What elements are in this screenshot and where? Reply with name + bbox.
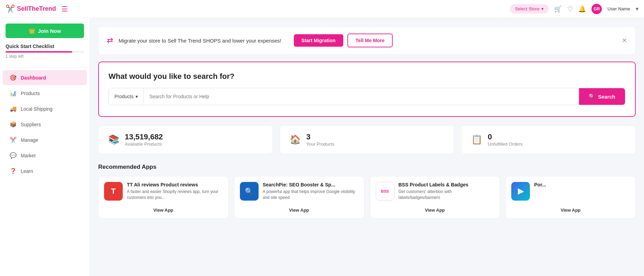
learn-icon: ❓ xyxy=(10,168,17,174)
app-desc-bss: Get customers' attention with labels/bad… xyxy=(399,189,494,201)
sidebar-item-label: Local Shipping xyxy=(21,106,53,112)
checklist-step: 1 step left xyxy=(6,54,84,59)
join-now-label: Join Now xyxy=(38,28,61,34)
sidebar-divider xyxy=(0,67,90,67)
logo-text: SellTheTrend xyxy=(17,5,56,12)
sidebar-item-learn[interactable]: ❓ Learn xyxy=(3,164,87,178)
migration-text: Migrate your store to Sell The Trend SHO… xyxy=(119,38,281,44)
search-category-dropdown[interactable]: Products ▾ xyxy=(109,88,144,105)
sidebar-item-label: Products xyxy=(21,91,40,96)
stat-card-your-products: 🏠 3 Your Products xyxy=(280,125,454,154)
recommended-apps-title: Recommended Apps xyxy=(98,164,636,171)
search-bar: Products ▾ 🔍 Search xyxy=(109,88,625,105)
app-name-tt-ali: TT Ali reviews Product reviews xyxy=(127,182,223,187)
search-dropdown-label: Products xyxy=(114,94,133,99)
view-app-por[interactable]: View App xyxy=(511,208,630,213)
products-icon: 📊 xyxy=(10,90,17,96)
migration-banner: ⇄ Migrate your store to Sell The Trend S… xyxy=(98,26,636,55)
app-desc-tt-ali: A faster and easier Shopify reviews app,… xyxy=(127,189,223,201)
tell-me-more-button[interactable]: Tell Me More xyxy=(347,34,393,47)
cart-icon[interactable]: 🛒 xyxy=(554,5,562,13)
app-card-por: ▶ Por... View App xyxy=(505,176,636,219)
sidebar-item-manage[interactable]: ✂️ Manage xyxy=(3,132,87,147)
close-banner-button[interactable]: ✕ xyxy=(622,37,627,44)
recommended-apps-section: Recommended Apps T TT Ali reviews Produc… xyxy=(98,164,636,219)
your-products-label: Your Products xyxy=(306,141,334,147)
view-app-bss[interactable]: View App xyxy=(376,208,494,213)
unfulfilled-orders-count: 0 xyxy=(488,132,522,141)
search-section: What would you like to search for? Produ… xyxy=(98,62,636,117)
sidebar: 👑 Join Now Quick Start Checklist 1 step … xyxy=(0,18,90,276)
your-products-icon: 🏠 xyxy=(290,134,301,145)
available-products-icon: 📚 xyxy=(108,134,119,145)
sidebar-item-label: Dashboard xyxy=(21,75,46,81)
app-logo-searchpie: 🔍 xyxy=(240,182,259,201)
manage-icon: ✂️ xyxy=(10,137,17,143)
sidebar-item-market[interactable]: 💬 Market xyxy=(3,148,87,163)
view-app-searchpie[interactable]: View App xyxy=(240,208,358,213)
sidebar-item-dashboard[interactable]: 🎯 Dashboard xyxy=(3,70,87,85)
top-navigation: ✂️ SellTheTrend ☰ Select Store ▾ 🛒 ♡ 🔔 G… xyxy=(0,0,644,18)
hamburger-menu[interactable]: ☰ xyxy=(62,5,68,13)
sidebar-item-label: Manage xyxy=(21,137,38,143)
user-name: User Name xyxy=(607,6,630,11)
sidebar-item-label: Suppliers xyxy=(21,122,41,127)
stats-row: 📚 13,519,682 Available Products 🏠 3 Your… xyxy=(98,125,636,154)
sidebar-item-label: Learn xyxy=(21,168,33,174)
sidebar-item-products[interactable]: 📊 Products xyxy=(3,86,87,101)
app-desc-searchpie: A powerful app that helps improve Google… xyxy=(263,189,358,201)
chevron-down-icon: ▾ xyxy=(136,94,138,99)
app-name-searchpie: SearchPie: SEO Booster & Sp... xyxy=(263,182,358,187)
sidebar-item-label: Market xyxy=(21,153,36,158)
available-products-count: 13,519,682 xyxy=(125,132,163,141)
app-logo-por: ▶ xyxy=(511,182,530,201)
search-icon: 🔍 xyxy=(589,93,595,100)
available-products-label: Available Products xyxy=(125,141,163,147)
wishlist-icon[interactable]: ♡ xyxy=(567,5,573,13)
search-button[interactable]: 🔍 Search xyxy=(579,88,625,105)
avatar[interactable]: GR xyxy=(591,4,602,14)
suppliers-icon: 📦 xyxy=(10,121,17,128)
store-selector-label: Select Store xyxy=(515,6,539,11)
progress-bar-background xyxy=(6,51,84,53)
start-migration-button[interactable]: Start Migration xyxy=(294,34,343,47)
shipping-icon: 🚚 xyxy=(10,105,17,112)
app-logo-tt-ali: T xyxy=(104,182,123,201)
app-name-por: Por... xyxy=(534,182,546,187)
logo-icon: ✂️ xyxy=(6,4,15,13)
quick-start-checklist: Quick Start Checklist 1 step left xyxy=(0,44,90,64)
app-logo-bss: BSS xyxy=(376,182,394,201)
checklist-title: Quick Start Checklist xyxy=(6,44,84,49)
notifications-icon[interactable]: 🔔 xyxy=(578,5,586,13)
main-content: ⇄ Migrate your store to Sell The Trend S… xyxy=(90,18,644,276)
dashboard-icon: 🎯 xyxy=(10,74,17,81)
sidebar-item-suppliers[interactable]: 📦 Suppliers xyxy=(3,117,87,132)
market-icon: 💬 xyxy=(10,152,17,159)
search-input[interactable] xyxy=(144,88,579,105)
user-chevron-icon[interactable]: ▾ xyxy=(636,6,638,12)
apps-list: T TT Ali reviews Product reviews A faste… xyxy=(98,176,636,219)
search-button-label: Search xyxy=(598,94,615,100)
sidebar-item-local-shipping[interactable]: 🚚 Local Shipping xyxy=(3,101,87,116)
crown-icon: 👑 xyxy=(29,28,35,34)
app-card-tt-ali: T TT Ali reviews Product reviews A faste… xyxy=(98,176,228,219)
your-products-count: 3 xyxy=(306,132,334,141)
join-now-button[interactable]: 👑 Join Now xyxy=(6,24,84,38)
chevron-down-icon: ▾ xyxy=(541,6,544,11)
store-selector[interactable]: Select Store ▾ xyxy=(510,4,549,13)
unfulfilled-orders-icon: 📋 xyxy=(471,134,482,145)
stat-card-available-products: 📚 13,519,682 Available Products xyxy=(98,125,273,154)
migration-icon: ⇄ xyxy=(107,36,113,45)
progress-bar-fill xyxy=(6,51,72,53)
app-card-searchpie: 🔍 SearchPie: SEO Booster & Sp... A power… xyxy=(234,176,364,219)
app-name-bss: BSS Product Labels & Badges xyxy=(399,182,494,187)
unfulfilled-orders-label: Unfulfilled Orders xyxy=(488,141,522,147)
view-app-tt-ali[interactable]: View App xyxy=(104,208,223,213)
search-title: What would you like to search for? xyxy=(109,72,625,81)
stat-card-unfulfilled-orders: 📋 0 Unfulfilled Orders xyxy=(461,125,636,154)
app-card-bss: BSS BSS Product Labels & Badges Get cust… xyxy=(370,176,500,219)
logo[interactable]: ✂️ SellTheTrend xyxy=(6,4,56,13)
